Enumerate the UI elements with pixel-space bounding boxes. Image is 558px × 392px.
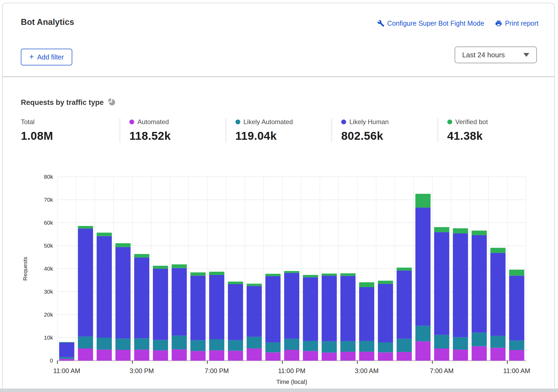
svg-text:3:00 AM: 3:00 AM — [355, 367, 379, 374]
svg-text:7:00 PM: 7:00 PM — [205, 367, 229, 374]
svg-text:20k: 20k — [44, 311, 53, 318]
requests-stacked-bar-chart[interactable]: 010k20k30k40k50k60k70k80k11:00 AM3:00 PM… — [3, 3, 555, 390]
svg-text:7:00 AM: 7:00 AM — [430, 367, 454, 374]
svg-text:11:00 AM: 11:00 AM — [53, 367, 80, 374]
svg-text:70k: 70k — [44, 197, 53, 203]
svg-text:3:00 PM: 3:00 PM — [130, 367, 154, 374]
svg-text:10k: 10k — [44, 334, 53, 341]
bottom-divider — [0, 388, 558, 392]
svg-text:11:00 AM: 11:00 AM — [503, 367, 530, 374]
svg-text:11:00 PM: 11:00 PM — [278, 367, 306, 374]
svg-text:50k: 50k — [44, 242, 53, 249]
svg-text:0: 0 — [50, 357, 53, 364]
svg-text:Requests: Requests — [22, 257, 28, 281]
svg-text:Time (local): Time (local) — [276, 378, 307, 385]
svg-text:80k: 80k — [44, 174, 53, 180]
svg-text:60k: 60k — [44, 220, 53, 226]
svg-text:30k: 30k — [44, 288, 53, 295]
svg-text:40k: 40k — [44, 265, 53, 272]
bot-analytics-card: Bot Analytics Configure Super Bot Fight … — [2, 3, 555, 392]
